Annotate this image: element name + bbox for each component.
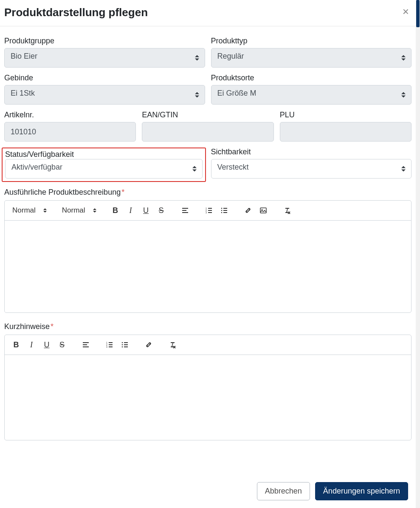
product-type-select[interactable]: Regulär xyxy=(211,48,412,68)
required-asterisk: * xyxy=(121,188,124,196)
description-label: Ausführliche Produktbeschreibung* xyxy=(4,188,412,197)
scrollbar[interactable] xyxy=(416,0,420,508)
svg-point-13 xyxy=(221,210,222,211)
svg-text:3: 3 xyxy=(206,211,207,214)
clear-format-button[interactable] xyxy=(281,204,293,217)
svg-point-33 xyxy=(122,346,123,348)
bullet-list-button[interactable] xyxy=(118,338,131,351)
image-icon xyxy=(259,207,267,214)
visibility-label: Sichtbarkeit xyxy=(211,148,412,156)
modal-product-display: Produktdarstellung pflegen × Produktgrup… xyxy=(0,0,416,508)
modal-header: Produktdarstellung pflegen × xyxy=(0,0,416,26)
short-notes-content[interactable] xyxy=(5,355,411,440)
svg-point-16 xyxy=(261,209,262,210)
plu-input[interactable] xyxy=(280,122,412,142)
status-value: Aktiv/verfügbar xyxy=(11,163,62,171)
save-button[interactable]: Änderungen speichern xyxy=(315,482,408,500)
modal-body: Produktgruppe Bio Eier Produkttyp Regulä… xyxy=(0,26,416,474)
modal-title: Produktdarstellung pflegen xyxy=(4,6,148,19)
italic-button[interactable]: I xyxy=(124,204,137,217)
bullet-list-icon xyxy=(220,207,228,214)
close-button[interactable]: × xyxy=(400,6,412,17)
svg-point-12 xyxy=(221,208,222,209)
ordered-list-icon: 123 xyxy=(205,207,213,214)
short-notes-editor: B I U S 123 xyxy=(4,335,412,440)
underline-button[interactable]: U xyxy=(40,338,53,351)
product-type-label: Produkttyp xyxy=(211,37,412,45)
svg-rect-15 xyxy=(260,208,266,213)
container-value: Ei 1Stk xyxy=(11,89,35,97)
product-sort-value: Ei Größe M xyxy=(217,89,257,97)
clear-format-icon xyxy=(169,341,176,349)
link-icon xyxy=(244,207,252,214)
svg-point-31 xyxy=(122,342,123,343)
container-label: Gebinde xyxy=(4,74,205,82)
scrollbar-thumb[interactable] xyxy=(416,0,420,27)
product-sort-label: Produktsorte xyxy=(211,74,412,82)
ordered-list-button[interactable]: 123 xyxy=(103,338,116,351)
status-highlight-box: Status/Verfügbarkeit Aktiv/verfügbar xyxy=(2,148,206,182)
link-button[interactable] xyxy=(142,338,155,351)
svg-text:3: 3 xyxy=(106,346,107,348)
description-editor: Normal Normal B I U S xyxy=(4,200,412,313)
description-toolbar: Normal Normal B I U S xyxy=(5,201,411,221)
bold-button[interactable]: B xyxy=(10,338,23,351)
strikethrough-icon: S xyxy=(59,341,65,349)
product-sort-select[interactable]: Ei Größe M xyxy=(211,85,412,105)
description-content[interactable] xyxy=(5,221,411,312)
clear-format-icon xyxy=(283,207,291,214)
underline-icon: U xyxy=(143,206,149,215)
chevron-sort-icon xyxy=(93,208,96,213)
product-group-select[interactable]: Bio Eier xyxy=(4,48,205,68)
italic-icon: I xyxy=(30,341,33,349)
clear-format-button[interactable] xyxy=(166,338,179,351)
status-select[interactable]: Aktiv/verfügbar xyxy=(5,159,203,179)
strikethrough-button[interactable]: S xyxy=(56,338,68,351)
short-notes-toolbar: B I U S 123 xyxy=(5,335,411,355)
chevron-sort-icon xyxy=(43,208,47,213)
ordered-list-icon: 123 xyxy=(106,341,113,349)
italic-button[interactable]: I xyxy=(25,338,38,351)
ean-input[interactable] xyxy=(142,122,273,142)
link-button[interactable] xyxy=(242,204,254,217)
align-button[interactable] xyxy=(79,338,92,351)
ordered-list-button[interactable]: 123 xyxy=(203,204,215,217)
container-select[interactable]: Ei 1Stk xyxy=(4,85,205,105)
strikethrough-button[interactable]: S xyxy=(155,204,168,217)
bold-button[interactable]: B xyxy=(109,204,122,217)
bullet-list-icon xyxy=(121,341,129,349)
strikethrough-icon: S xyxy=(159,206,164,215)
product-group-label: Produktgruppe xyxy=(4,37,205,45)
align-button[interactable] xyxy=(179,204,192,217)
link-icon xyxy=(145,341,152,349)
ean-label: EAN/GTIN xyxy=(142,111,273,119)
product-type-value: Regulär xyxy=(217,52,244,60)
svg-point-14 xyxy=(221,212,222,213)
image-button[interactable] xyxy=(257,204,270,217)
align-icon xyxy=(82,341,90,349)
svg-point-32 xyxy=(122,344,123,346)
cancel-button[interactable]: Abbrechen xyxy=(257,482,310,500)
short-notes-label: Kurzhinweise* xyxy=(4,322,412,331)
align-icon xyxy=(181,207,189,214)
bold-icon: B xyxy=(14,341,19,349)
plu-label: PLU xyxy=(280,111,412,119)
status-label: Status/Verfügbarkeit xyxy=(5,150,74,159)
bold-icon: B xyxy=(113,206,118,215)
required-asterisk: * xyxy=(51,322,54,331)
font-select[interactable]: Normal xyxy=(59,204,99,216)
visibility-select[interactable]: Versteckt xyxy=(211,159,412,179)
bullet-list-button[interactable] xyxy=(218,204,231,217)
visibility-value: Versteckt xyxy=(217,163,249,171)
underline-button[interactable]: U xyxy=(140,204,152,217)
close-icon: × xyxy=(403,5,409,18)
modal-footer: Abbrechen Änderungen speichern xyxy=(0,474,416,508)
article-no-label: Artikelnr. xyxy=(4,111,136,119)
heading-select[interactable]: Normal xyxy=(10,204,49,216)
underline-icon: U xyxy=(44,341,50,349)
article-no-input[interactable] xyxy=(4,122,136,142)
italic-icon: I xyxy=(130,206,132,215)
product-group-value: Bio Eier xyxy=(11,52,37,60)
